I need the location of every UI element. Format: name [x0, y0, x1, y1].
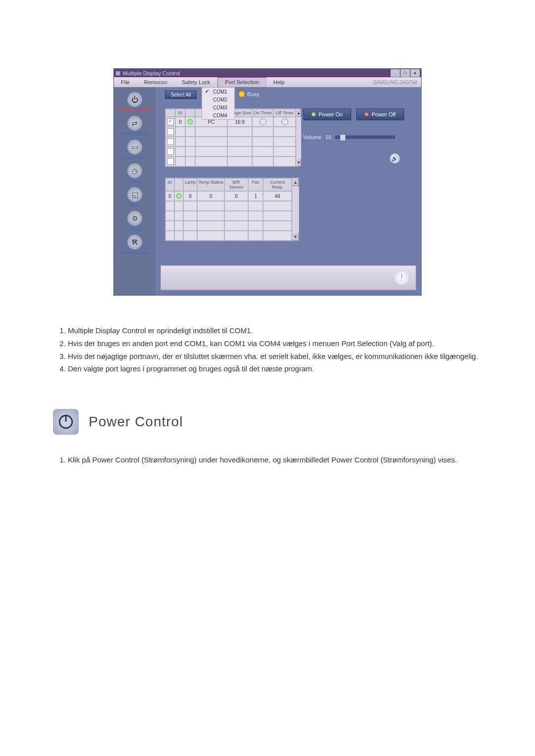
sidebar-item-label: Input Source: [121, 131, 149, 137]
list-item: Multiple Display Control er oprindeligt …: [68, 325, 482, 336]
timer-off-icon: [260, 118, 267, 125]
sidebar-item-label: Settings: [126, 226, 144, 232]
port-label: COM2: [213, 97, 227, 102]
sidebar-item-label: Time: [129, 179, 140, 184]
list-item: Klik på Power Control (Strømforsyning) u…: [68, 454, 482, 465]
menu-remocon[interactable]: Remocon: [137, 77, 175, 87]
image-size-icon: ▭: [127, 140, 142, 154]
warning-icon: !: [395, 271, 409, 285]
col-current-temp: Current Temp.: [263, 178, 292, 191]
col-led: [174, 178, 183, 191]
led-green-icon: [312, 112, 316, 116]
scroll-down-button[interactable]: ▼: [296, 158, 301, 166]
volume-control: Volume 10: [303, 134, 406, 140]
scroll-up-button[interactable]: ▲: [292, 178, 299, 186]
section-header: Power Control: [53, 409, 487, 435]
row-checkbox[interactable]: [167, 118, 174, 125]
speaker-icon: 🔊: [391, 155, 398, 162]
brand-label: SAMSUNG DIGITall: [373, 77, 421, 87]
table-row[interactable]: [165, 147, 296, 156]
port-com2[interactable]: COM2: [202, 96, 234, 103]
volume-slider[interactable]: [335, 136, 395, 139]
sidebar-item-maintenance[interactable]: 🛠 Maintenance: [114, 233, 156, 256]
section-title: Power Control: [89, 414, 183, 430]
checkbox-empty: [205, 104, 211, 110]
list-item: Hvis der bruges en anden port end COM1, …: [68, 338, 482, 349]
cell-id: 0: [175, 117, 185, 127]
row-checkbox[interactable]: [167, 148, 174, 155]
scroll-down-button[interactable]: ▼: [292, 233, 299, 241]
scrollbar[interactable]: ▲ ▼: [292, 178, 299, 241]
port-label: COM4: [213, 113, 227, 118]
col-id: ID: [175, 109, 185, 117]
maximize-button[interactable]: □: [400, 69, 410, 77]
sidebar-item-power-control[interactable]: ⏻ Power Control: [114, 90, 156, 114]
col-lamp: Lamp: [183, 178, 197, 191]
port-com1[interactable]: ✔ COM1: [202, 88, 234, 96]
scroll-up-button[interactable]: ▲: [296, 109, 301, 117]
table-row[interactable]: [165, 221, 292, 231]
document-text: Multiple Display Control er oprindeligt …: [48, 325, 487, 374]
col-off-timer: Off Timer: [273, 109, 296, 117]
table-row[interactable]: [165, 231, 292, 241]
menu-file[interactable]: File: [114, 77, 137, 87]
cell-br-sensor: 0: [224, 191, 248, 201]
port-label: COM1: [213, 89, 227, 95]
titlebar[interactable]: ▦ Multiple Display Control _ □ ×: [114, 69, 421, 77]
button-label: Power Off: [372, 111, 396, 117]
scrollbar[interactable]: ▲ ▼: [296, 109, 301, 166]
status-table: ID Lamp Temp.Status B/R Sensor Fan Curre…: [165, 178, 299, 241]
app-window: ▦ Multiple Display Control _ □ × File Re…: [113, 68, 422, 296]
sidebar-item-label: Power Control: [119, 107, 150, 113]
row-checkbox[interactable]: [167, 138, 174, 145]
menu-help[interactable]: Help: [267, 77, 292, 87]
close-button[interactable]: ×: [410, 69, 420, 77]
table-row[interactable]: [165, 137, 296, 147]
table-row[interactable]: [165, 201, 292, 211]
busy-label: Busy: [247, 91, 259, 97]
wrench-icon: 🛠: [127, 235, 142, 250]
table-row[interactable]: [165, 127, 296, 137]
power-icon: ⏻: [127, 92, 142, 107]
port-com4[interactable]: COM4: [202, 111, 234, 119]
select-all-button[interactable]: Select All: [165, 91, 197, 99]
col-br-sensor: B/R Sensor: [224, 178, 248, 191]
sidebar-item-input-source[interactable]: ⇄ Input Source: [114, 114, 156, 138]
menu-port-selection[interactable]: Port Selection: [217, 77, 266, 87]
slider-thumb[interactable]: [340, 134, 346, 141]
speaker-button[interactable]: 🔊: [390, 153, 400, 163]
sidebar-item-time[interactable]: ◷ Time: [114, 161, 156, 185]
led-red-icon: [365, 112, 369, 116]
button-label: Power On: [319, 111, 343, 117]
power-on-button[interactable]: Power On: [303, 108, 351, 120]
col-on-timer: On Timer: [252, 109, 273, 117]
col-id: ID: [165, 178, 174, 191]
cell-temp-status: 0: [197, 191, 224, 201]
row-checkbox[interactable]: [167, 158, 174, 165]
sidebar-item-label: Maintenance: [120, 250, 149, 255]
sidebar-item-settings[interactable]: ⚙ Settings: [114, 209, 156, 233]
col-temp-status: Temp.Status: [197, 178, 224, 191]
table-row[interactable]: [165, 211, 292, 221]
input-icon: ⇄: [127, 116, 142, 131]
sidebar-item-label: PIP: [131, 202, 139, 208]
port-com3[interactable]: COM3: [202, 103, 234, 111]
table-row[interactable]: 0 0 0 0 1 49: [165, 191, 292, 201]
row-checkbox[interactable]: [167, 128, 174, 135]
checkmark-icon: ✔: [205, 89, 211, 95]
timer-off-icon: [281, 118, 288, 125]
table-row[interactable]: [165, 156, 296, 166]
list-item: Den valgte port lagres i programmet og b…: [68, 363, 482, 374]
list-item: Hvis det nøjagtige portnavn, der er tils…: [68, 351, 482, 362]
main-panel: Select All Busy ID Input Image Size: [156, 87, 421, 295]
minimize-button[interactable]: _: [390, 69, 400, 77]
clock-icon: ◷: [127, 163, 142, 178]
sidebar-item-image-size[interactable]: ▭ Image Size: [114, 138, 156, 161]
busy-dot-icon: [238, 91, 245, 98]
power-off-button[interactable]: Power Off: [356, 108, 404, 120]
menu-safety-lock[interactable]: Safety Lock: [175, 77, 217, 87]
col-status: [185, 109, 195, 117]
port-label: COM3: [213, 105, 227, 110]
sidebar: ⏻ Power Control ⇄ Input Source ▭ Image S…: [114, 87, 156, 295]
sidebar-item-pip[interactable]: ◱ PIP: [114, 185, 156, 209]
